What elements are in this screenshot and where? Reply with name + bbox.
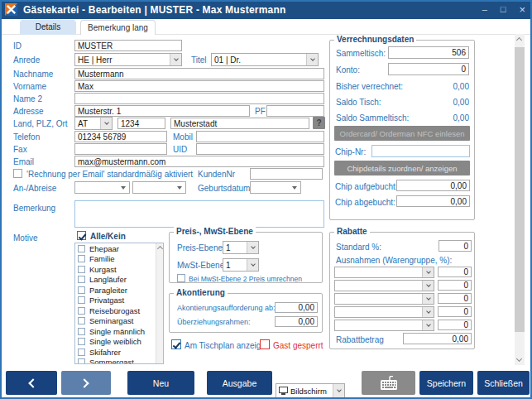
chevron-down-icon[interactable] [333, 384, 344, 397]
chevron-down-icon[interactable] [422, 294, 434, 304]
id-field[interactable] [74, 40, 182, 51]
motive-all-checkbox[interactable] [77, 231, 86, 240]
motive-list[interactable]: Ehepaar Familie Kurgast Langläufer Parag… [74, 243, 164, 364]
rechnung-email-checkbox[interactable] [13, 169, 22, 178]
standard-prozent-field[interactable] [439, 240, 472, 252]
geburtsdatum-combo[interactable] [250, 181, 301, 194]
output-target-select[interactable]: Bildschirm [276, 383, 345, 398]
land-combo[interactable]: AT [74, 117, 113, 130]
chevron-down-icon[interactable] [247, 242, 258, 253]
tischplan-checkbox[interactable] [171, 339, 181, 349]
onscreen-keyboard-button[interactable] [362, 371, 415, 395]
abreise-date-combo[interactable] [132, 181, 186, 194]
motive-item[interactable]: Seminargast [75, 316, 163, 327]
ort-field[interactable] [170, 118, 309, 129]
pf-field[interactable] [266, 105, 324, 117]
saldo-sammeltisch-label: Saldo Sammeltisch: [336, 113, 409, 123]
schliessen-button[interactable]: Schließen [477, 371, 530, 395]
warengruppe-prozent-3[interactable] [438, 293, 472, 304]
motive-item[interactable]: Single weiblich [75, 337, 163, 348]
email-field[interactable] [74, 156, 324, 167]
chip-abgebucht-label: Chip abgebucht: [335, 198, 395, 207]
tab-bemerkung-lang[interactable]: Bemerkung lang [80, 20, 156, 35]
telefon-field[interactable] [74, 131, 167, 142]
checkbox [78, 317, 85, 324]
nachname-field[interactable] [74, 68, 324, 79]
postcode-help-button[interactable]: ? [313, 117, 325, 129]
warengruppe-prozent-5[interactable] [438, 320, 472, 330]
chip-nr-field[interactable] [371, 145, 470, 157]
guest-card-window: Gästekartei - Bearbeiten | MUSTER - Max … [0, 0, 532, 399]
rabattbetrag-field[interactable] [403, 333, 472, 344]
chevron-down-icon[interactable] [247, 259, 258, 271]
maximize-icon[interactable]: □ [501, 0, 506, 19]
minimize-icon[interactable]: – [482, 0, 487, 19]
mwst-umrechnen-checkbox[interactable] [177, 274, 185, 282]
motive-item[interactable]: Paragleiter [75, 285, 163, 296]
close-icon[interactable]: × [519, 0, 525, 19]
mobil-field[interactable] [196, 131, 324, 142]
chevron-down-icon[interactable] [422, 320, 434, 330]
motive-item[interactable]: Privatgast [75, 296, 163, 306]
checkbox [78, 328, 85, 335]
ueberziehung-field[interactable] [275, 316, 318, 327]
ausgabe-button[interactable]: Ausgabe [207, 371, 272, 395]
gast-gesperrt-checkbox[interactable] [260, 339, 270, 349]
chip-aufgebucht-field[interactable] [396, 180, 470, 191]
titel-combo[interactable]: 01 | Dr. [211, 53, 319, 66]
konto-field[interactable] [388, 63, 469, 75]
previous-record-button[interactable] [6, 371, 57, 395]
motive-item[interactable]: Ehepaar [75, 243, 163, 254]
rechnung-email-label: 'Rechnung per Email' standardmäßig aktiv… [26, 170, 193, 179]
neu-button[interactable]: Neu [127, 371, 194, 395]
name2-field[interactable] [74, 93, 324, 104]
warengruppe-prozent-1[interactable] [438, 267, 472, 277]
anrede-combo[interactable]: HE | Herr [74, 53, 182, 66]
chevron-down-icon[interactable] [422, 267, 434, 277]
chip-abgebucht-field[interactable] [396, 195, 470, 207]
motive-item[interactable]: Single männlich [75, 326, 163, 337]
chevron-down-icon[interactable] [100, 118, 112, 129]
speichern-button[interactable]: Speichern [419, 371, 473, 395]
warengruppe-combo-3[interactable] [334, 293, 434, 305]
checkbox [78, 358, 85, 364]
motive-item[interactable]: Sommergast [75, 358, 163, 365]
chipdetails-button[interactable]: Chipdetails zuordnen/ anzeigen [334, 161, 470, 175]
tab-details[interactable]: Details [20, 20, 76, 35]
warengruppe-combo-4[interactable] [334, 306, 434, 318]
akontierung-ab-field[interactable] [275, 302, 318, 313]
motive-item[interactable]: Langläufer [75, 275, 163, 286]
anreise-date-combo[interactable] [74, 181, 130, 194]
motive-item[interactable]: Reisebürogast [75, 305, 163, 316]
chevron-down-icon[interactable] [422, 307, 434, 317]
chevron-down-icon[interactable] [422, 281, 434, 291]
warengruppe-combo-1[interactable] [334, 267, 434, 278]
scroll-up-icon[interactable] [516, 37, 522, 43]
fax-field[interactable] [74, 143, 167, 155]
warengruppe-prozent-2[interactable] [438, 280, 472, 291]
sammeltisch-field[interactable] [388, 46, 469, 59]
page-scrollbar[interactable] [515, 34, 525, 365]
motive-scrollbar[interactable] [156, 243, 163, 363]
adresse-field[interactable] [74, 105, 250, 117]
ordercard-nfc-button[interactable]: Ordercard/ Orderman NFC einlesen [334, 126, 470, 141]
warengruppe-prozent-4[interactable] [438, 306, 472, 317]
warengruppe-combo-2[interactable] [334, 280, 434, 291]
motive-item[interactable]: Kurgast [75, 264, 163, 275]
bemerkung-textarea[interactable] [74, 200, 324, 228]
motive-item[interactable]: Skifahrer [75, 347, 163, 358]
scrollbar-thumb[interactable] [515, 47, 525, 332]
plz-field[interactable] [117, 118, 165, 129]
ueberziehung-label: Überziehungsrahmen: [177, 318, 251, 326]
kundennr-field[interactable] [250, 168, 323, 180]
motive-item[interactable]: Familie [75, 254, 163, 265]
chevron-down-icon[interactable] [306, 54, 318, 65]
next-record-button[interactable] [61, 371, 111, 395]
vorname-field[interactable] [74, 80, 324, 92]
uid-field[interactable] [196, 143, 324, 155]
scroll-down-icon[interactable] [516, 356, 522, 362]
warengruppe-combo-5[interactable] [334, 320, 434, 331]
preis-ebene-combo[interactable]: 1 [223, 241, 259, 254]
chevron-down-icon[interactable] [170, 54, 181, 65]
mwst-ebene-combo[interactable]: 1 [223, 258, 259, 272]
